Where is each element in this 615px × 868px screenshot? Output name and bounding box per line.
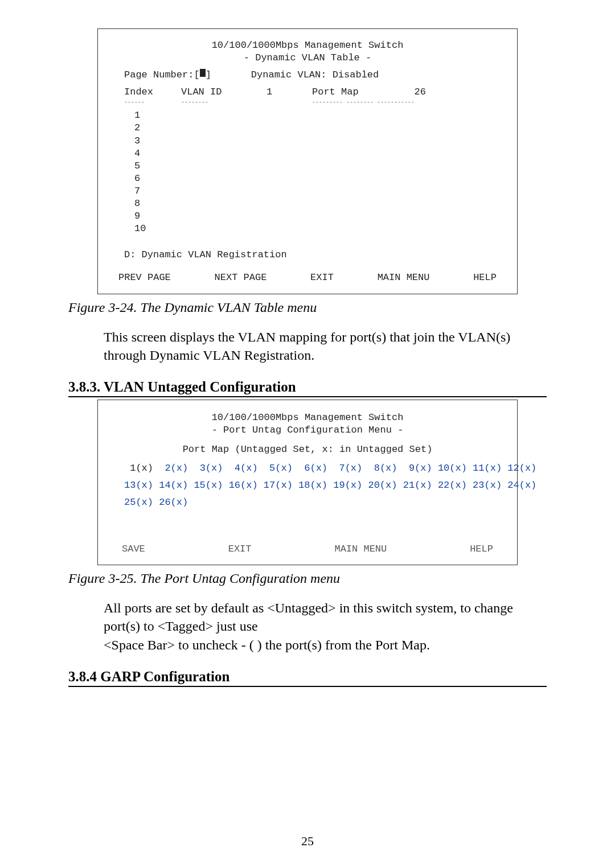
- port-row: 1(x) 2(x) 3(x) 4(x) 5(x) 6(x) 7(x) 8(x) …: [124, 462, 501, 475]
- port-map-subheader: Port Map (Untagged Set, x: in Untagged S…: [114, 443, 501, 456]
- port-rest: 2(x) 3(x) 4(x) 5(x) 6(x) 7(x) 8(x) 9(x) …: [153, 463, 536, 474]
- page-number-suffix: ]: [206, 69, 211, 81]
- page-number-row: Page Number:[ ] Dynamic VLAN: Disabled: [124, 69, 501, 81]
- dynamic-vlan-reg-line: D: Dynamic VLAN Registration: [124, 249, 501, 261]
- port-row: 25(x) 26(x): [124, 496, 501, 509]
- dynamic-vlan-status: Dynamic VLAN: Disabled: [251, 69, 379, 81]
- col-header-vlan-id: VLAN ID: [181, 86, 266, 98]
- menu-main: MAIN MENU: [334, 543, 387, 556]
- page-number: 25: [0, 834, 615, 849]
- terminal-title-line1: 10/100/1000Mbps Management Switch: [114, 39, 501, 52]
- list-item: 5: [134, 160, 501, 172]
- list-item: 8: [134, 198, 501, 210]
- list-item: 7: [134, 185, 501, 198]
- figure-caption: Figure 3-25. The Port Untag Configuratio…: [68, 571, 547, 586]
- list-item: 1: [134, 109, 501, 122]
- menu-save: SAVE: [122, 543, 145, 556]
- document-page: 10/100/1000Mbps Management Switch - Dyna…: [0, 0, 615, 868]
- figure-caption: Figure 3-24. The Dynamic VLAN Table menu: [68, 300, 547, 315]
- terminal-title-line1: 10/100/1000Mbps Management Switch: [114, 412, 501, 424]
- index-list: 1 2 3 4 5 6 7 8 9 10: [134, 109, 501, 235]
- menu-prev-page: PREV PAGE: [118, 271, 171, 284]
- menu-help: HELP: [473, 271, 497, 284]
- menu-help: HELP: [470, 543, 493, 556]
- port-first: 1(x): [124, 463, 153, 474]
- body-line: <Space Bar> to uncheck - ( ) the port(s)…: [104, 637, 430, 652]
- table-header-row: Index VLAN ID 1 Port Map 26: [124, 86, 501, 98]
- port-row: 13(x) 14(x) 15(x) 16(x) 17(x) 18(x) 19(x…: [124, 479, 501, 492]
- terminal-title: 10/100/1000Mbps Management Switch - Port…: [114, 410, 501, 437]
- terminal-screenshot-2: 10/100/1000Mbps Management Switch - Port…: [97, 400, 518, 565]
- menu-next-page: NEXT PAGE: [215, 271, 267, 284]
- terminal-title-line2: - Dynamic VLAN Table -: [114, 52, 501, 64]
- list-item: 10: [134, 223, 501, 235]
- section-heading: 3.8.3. VLAN Untagged Configuration: [68, 379, 547, 397]
- list-item: 3: [134, 135, 501, 147]
- port-map-rows: 1(x) 2(x) 3(x) 4(x) 5(x) 6(x) 7(x) 8(x) …: [124, 462, 501, 509]
- col-header-one: 1: [266, 86, 312, 98]
- terminal-footer-menu: SAVE EXIT MAIN MENU HELP: [114, 543, 501, 556]
- terminal-title-line2: - Port Untag Configuration Menu -: [114, 424, 501, 437]
- list-item: 2: [134, 122, 501, 134]
- col-header-count: 26: [403, 86, 426, 98]
- terminal-screenshot-1: 10/100/1000Mbps Management Switch - Dyna…: [97, 28, 518, 294]
- terminal-footer-menu: PREV PAGE NEXT PAGE EXIT MAIN MENU HELP: [114, 271, 501, 284]
- body-paragraph: This screen displays the VLAN mapping fo…: [104, 328, 547, 365]
- terminal-title: 10/100/1000Mbps Management Switch - Dyna…: [114, 39, 501, 64]
- page-number-label: Page Number:[: [124, 69, 200, 81]
- section-heading: 3.8.4 GARP Configuration: [68, 669, 547, 687]
- body-line: All ports are set by default as <Untagge…: [104, 600, 513, 633]
- body-paragraph: All ports are set by default as <Untagge…: [104, 599, 547, 654]
- menu-exit: EXIT: [228, 543, 252, 556]
- menu-main: MAIN MENU: [378, 271, 430, 284]
- menu-exit: EXIT: [310, 271, 334, 284]
- col-header-port-map: Port Map: [312, 86, 403, 98]
- list-item: 9: [134, 210, 501, 223]
- table-header-underline: ------ -------- --------- -------- -----…: [124, 98, 501, 106]
- list-item: 6: [134, 172, 501, 185]
- text-cursor-icon: [200, 69, 206, 77]
- col-header-index: Index: [124, 86, 181, 98]
- list-item: 4: [134, 147, 501, 160]
